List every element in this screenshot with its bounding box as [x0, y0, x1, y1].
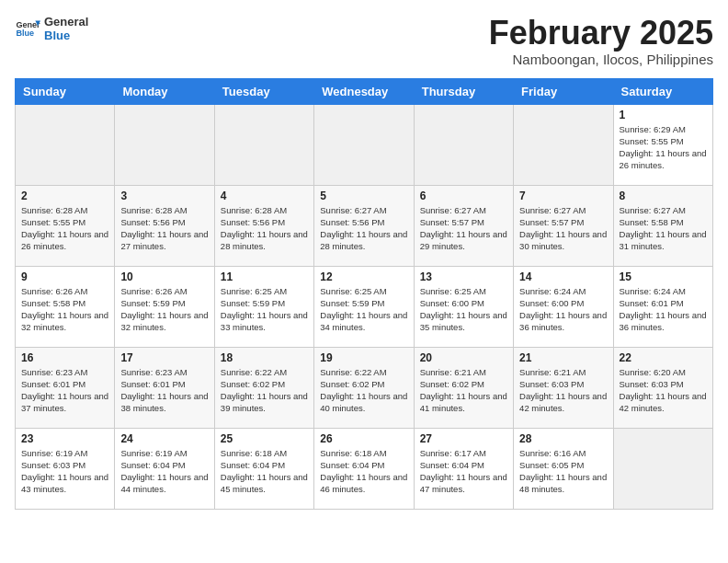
calendar-cell: 10Sunrise: 6:26 AM Sunset: 5:59 PM Dayli… [115, 266, 214, 347]
calendar-cell: 28Sunrise: 6:16 AM Sunset: 6:05 PM Dayli… [514, 428, 613, 509]
day-info: Sunrise: 6:27 AM Sunset: 5:57 PM Dayligh… [519, 204, 607, 253]
calendar-cell: 15Sunrise: 6:24 AM Sunset: 6:01 PM Dayli… [613, 266, 712, 347]
day-number: 20 [420, 351, 507, 364]
day-info: Sunrise: 6:19 AM Sunset: 6:03 PM Dayligh… [21, 447, 108, 496]
day-number: 15 [620, 270, 707, 283]
day-number: 28 [519, 432, 607, 445]
day-number: 27 [420, 432, 507, 445]
day-number: 4 [221, 190, 308, 202]
day-info: Sunrise: 6:28 AM Sunset: 5:55 PM Dayligh… [21, 204, 108, 253]
calendar-cell: 26Sunrise: 6:18 AM Sunset: 6:04 PM Dayli… [314, 428, 414, 509]
day-number: 7 [519, 190, 607, 202]
calendar-cell: 13Sunrise: 6:25 AM Sunset: 6:00 PM Dayli… [414, 266, 513, 347]
day-info: Sunrise: 6:22 AM Sunset: 6:02 PM Dayligh… [320, 366, 407, 415]
day-info: Sunrise: 6:22 AM Sunset: 6:02 PM Dayligh… [221, 366, 308, 415]
calendar-week-row: 2Sunrise: 6:28 AM Sunset: 5:55 PM Daylig… [16, 185, 713, 266]
day-info: Sunrise: 6:28 AM Sunset: 5:56 PM Dayligh… [221, 204, 308, 253]
day-info: Sunrise: 6:25 AM Sunset: 5:59 PM Dayligh… [221, 285, 308, 334]
day-number: 21 [519, 351, 607, 364]
day-number: 25 [221, 432, 308, 445]
day-info: Sunrise: 6:18 AM Sunset: 6:04 PM Dayligh… [221, 447, 308, 496]
calendar-cell: 4Sunrise: 6:28 AM Sunset: 5:56 PM Daylig… [214, 185, 313, 266]
svg-text:Blue: Blue [16, 29, 34, 38]
calendar-cell: 7Sunrise: 6:27 AM Sunset: 5:57 PM Daylig… [514, 185, 613, 266]
calendar-cell: 6Sunrise: 6:27 AM Sunset: 5:57 PM Daylig… [414, 185, 513, 266]
day-info: Sunrise: 6:21 AM Sunset: 6:02 PM Dayligh… [420, 366, 507, 415]
day-info: Sunrise: 6:25 AM Sunset: 5:59 PM Dayligh… [320, 285, 407, 334]
day-info: Sunrise: 6:27 AM Sunset: 5:57 PM Dayligh… [420, 204, 507, 253]
calendar-week-row: 16Sunrise: 6:23 AM Sunset: 6:01 PM Dayli… [16, 347, 713, 428]
day-info: Sunrise: 6:17 AM Sunset: 6:04 PM Dayligh… [420, 447, 507, 496]
day-number: 10 [120, 270, 208, 283]
day-number: 14 [519, 270, 607, 283]
day-number: 9 [21, 270, 108, 283]
calendar-cell: 5Sunrise: 6:27 AM Sunset: 5:56 PM Daylig… [314, 185, 414, 266]
calendar-cell [514, 104, 613, 185]
calendar-cell: 9Sunrise: 6:26 AM Sunset: 5:58 PM Daylig… [16, 266, 115, 347]
calendar-cell: 18Sunrise: 6:22 AM Sunset: 6:02 PM Dayli… [214, 347, 313, 428]
day-info: Sunrise: 6:27 AM Sunset: 5:58 PM Dayligh… [620, 204, 707, 253]
calendar-cell [214, 104, 313, 185]
day-info: Sunrise: 6:18 AM Sunset: 6:04 PM Dayligh… [320, 447, 407, 496]
calendar-week-row: 1Sunrise: 6:29 AM Sunset: 5:55 PM Daylig… [16, 104, 713, 185]
logo-icon: General Blue [15, 16, 40, 41]
calendar-week-row: 9Sunrise: 6:26 AM Sunset: 5:58 PM Daylig… [16, 266, 713, 347]
day-number: 23 [21, 432, 108, 445]
calendar-cell: 14Sunrise: 6:24 AM Sunset: 6:00 PM Dayli… [514, 266, 613, 347]
weekday-header-row: SundayMondayTuesdayWednesdayThursdayFrid… [16, 78, 713, 104]
day-number: 6 [420, 190, 507, 202]
month-year-title: February 2025 [489, 15, 713, 52]
day-number: 5 [320, 190, 407, 202]
day-info: Sunrise: 6:16 AM Sunset: 6:05 PM Dayligh… [519, 447, 607, 496]
day-info: Sunrise: 6:23 AM Sunset: 6:01 PM Dayligh… [21, 366, 108, 415]
day-number: 2 [21, 190, 108, 202]
day-info: Sunrise: 6:29 AM Sunset: 5:55 PM Dayligh… [620, 123, 707, 172]
calendar-cell: 24Sunrise: 6:19 AM Sunset: 6:04 PM Dayli… [115, 428, 214, 509]
calendar-cell: 21Sunrise: 6:21 AM Sunset: 6:03 PM Dayli… [514, 347, 613, 428]
day-info: Sunrise: 6:19 AM Sunset: 6:04 PM Dayligh… [120, 447, 208, 496]
day-number: 18 [221, 351, 308, 364]
page-header: General Blue General Blue February 2025 … [15, 15, 713, 67]
calendar-cell: 27Sunrise: 6:17 AM Sunset: 6:04 PM Dayli… [414, 428, 513, 509]
calendar-cell: 23Sunrise: 6:19 AM Sunset: 6:03 PM Dayli… [16, 428, 115, 509]
day-number: 16 [21, 351, 108, 364]
calendar-cell: 25Sunrise: 6:18 AM Sunset: 6:04 PM Dayli… [214, 428, 313, 509]
calendar-cell: 3Sunrise: 6:28 AM Sunset: 5:56 PM Daylig… [115, 185, 214, 266]
calendar-cell [613, 428, 712, 509]
day-number: 19 [320, 351, 407, 364]
logo: General Blue General Blue [15, 15, 88, 42]
calendar-cell [314, 104, 414, 185]
calendar-cell [414, 104, 513, 185]
day-number: 22 [620, 351, 707, 364]
weekday-header-monday: Monday [115, 78, 214, 104]
calendar-cell: 2Sunrise: 6:28 AM Sunset: 5:55 PM Daylig… [16, 185, 115, 266]
calendar-cell: 16Sunrise: 6:23 AM Sunset: 6:01 PM Dayli… [16, 347, 115, 428]
calendar-cell [115, 104, 214, 185]
title-block: February 2025 Namboongan, Ilocos, Philip… [489, 15, 713, 67]
calendar-cell: 20Sunrise: 6:21 AM Sunset: 6:02 PM Dayli… [414, 347, 513, 428]
calendar-cell: 1Sunrise: 6:29 AM Sunset: 5:55 PM Daylig… [613, 104, 712, 185]
weekday-header-sunday: Sunday [16, 78, 115, 104]
weekday-header-wednesday: Wednesday [314, 78, 414, 104]
day-info: Sunrise: 6:25 AM Sunset: 6:00 PM Dayligh… [420, 285, 507, 334]
calendar-cell: 19Sunrise: 6:22 AM Sunset: 6:02 PM Dayli… [314, 347, 414, 428]
location-subtitle: Namboongan, Ilocos, Philippines [489, 52, 713, 67]
logo-blue-text: Blue [44, 29, 88, 42]
calendar-cell: 22Sunrise: 6:20 AM Sunset: 6:03 PM Dayli… [613, 347, 712, 428]
day-number: 11 [221, 270, 308, 283]
day-info: Sunrise: 6:26 AM Sunset: 5:59 PM Dayligh… [120, 285, 208, 334]
day-number: 8 [620, 190, 707, 202]
day-info: Sunrise: 6:20 AM Sunset: 6:03 PM Dayligh… [620, 366, 707, 415]
day-number: 13 [420, 270, 507, 283]
day-number: 3 [120, 190, 208, 202]
calendar-table: SundayMondayTuesdayWednesdayThursdayFrid… [15, 78, 713, 510]
logo-general-text: General [44, 15, 88, 29]
calendar-cell: 17Sunrise: 6:23 AM Sunset: 6:01 PM Dayli… [115, 347, 214, 428]
calendar-cell: 8Sunrise: 6:27 AM Sunset: 5:58 PM Daylig… [613, 185, 712, 266]
calendar-cell: 11Sunrise: 6:25 AM Sunset: 5:59 PM Dayli… [214, 266, 313, 347]
day-info: Sunrise: 6:24 AM Sunset: 6:00 PM Dayligh… [519, 285, 607, 334]
day-info: Sunrise: 6:27 AM Sunset: 5:56 PM Dayligh… [320, 204, 407, 253]
calendar-week-row: 23Sunrise: 6:19 AM Sunset: 6:03 PM Dayli… [16, 428, 713, 509]
day-info: Sunrise: 6:23 AM Sunset: 6:01 PM Dayligh… [120, 366, 208, 415]
day-info: Sunrise: 6:26 AM Sunset: 5:58 PM Dayligh… [21, 285, 108, 334]
